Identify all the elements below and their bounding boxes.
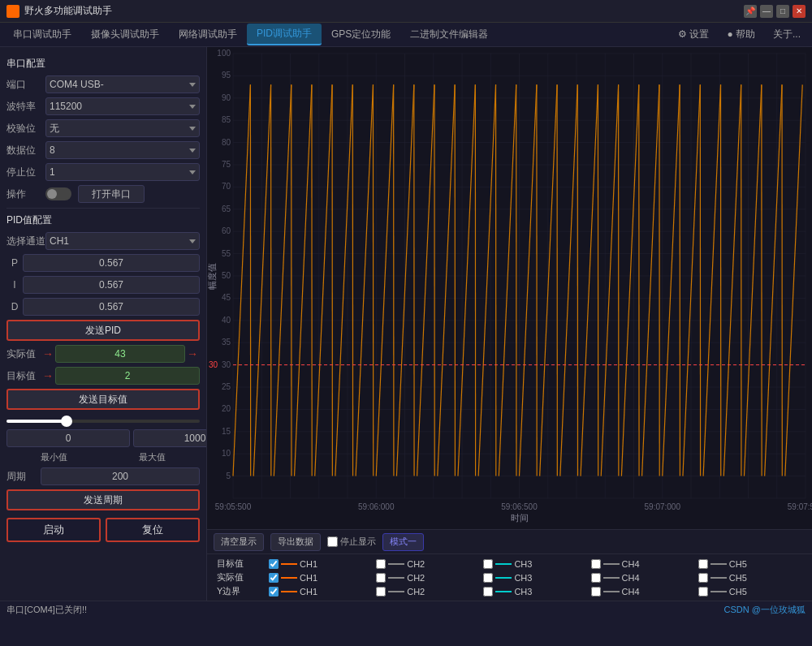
legend-actual-ch1: CH1 [269, 571, 373, 584]
help-button[interactable]: ● 帮助 [719, 24, 763, 45]
legend-target-ch1-checkbox[interactable] [269, 559, 279, 569]
menu-gps[interactable]: GPS定位功能 [322, 24, 400, 45]
i-input[interactable] [23, 276, 200, 294]
send-period-button[interactable]: 发送周期 [6, 489, 200, 510]
export-button[interactable]: 导出数据 [270, 533, 321, 551]
legend-actual-ch3-label: CH3 [514, 573, 532, 583]
legend-target-label: 目标值 [217, 558, 266, 570]
period-input[interactable] [41, 467, 200, 485]
legend-actual-ch2: CH2 [376, 571, 480, 584]
maximize-button[interactable]: □ [776, 5, 789, 18]
send-pid-button[interactable]: 发送PID [6, 320, 200, 341]
stop-label: 停止显示 [340, 536, 376, 548]
stopbits-select[interactable]: 1 [45, 163, 200, 181]
clear-button[interactable]: 清空显示 [214, 533, 264, 551]
legend-yborder-ch1-checkbox[interactable] [269, 587, 279, 596]
port-select[interactable]: COM4 USB- [45, 75, 200, 93]
baudrate-select[interactable]: 115200 [45, 97, 200, 115]
status-brand: CSDN @一位玫城狐 [724, 604, 806, 616]
menu-right: ⚙ 设置 ● 帮助 关于... [670, 24, 809, 45]
actual-value-label: 实际值 [6, 347, 41, 361]
settings-button[interactable]: ⚙ 设置 [670, 24, 717, 45]
min-input[interactable] [6, 429, 130, 447]
legend-actual-ch3: CH3 [483, 571, 587, 584]
pid-config-title: PID值配置 [6, 213, 200, 227]
stopbits-label: 停止位 [6, 166, 45, 179]
menu-network[interactable]: 网络调试助手 [169, 24, 247, 45]
legend-actual-ch4-line [603, 577, 620, 579]
legend-target-ch4-checkbox[interactable] [591, 559, 601, 569]
legend-yborder-ch2-checkbox[interactable] [376, 587, 386, 596]
legend-actual-ch5-checkbox[interactable] [698, 573, 708, 583]
left-panel: 串口配置 端口 COM4 USB- 波特率 115200 校验位 无 数据位 8 [0, 47, 207, 601]
open-port-button[interactable]: 打开串口 [78, 185, 145, 203]
parity-label: 校验位 [6, 122, 45, 136]
menu-serial[interactable]: 串口调试助手 [3, 24, 81, 45]
databits-label: 数据位 [6, 144, 45, 157]
value-slider[interactable] [6, 420, 200, 423]
pin-button[interactable]: 📌 [744, 5, 757, 18]
legend-target-ch4-line [603, 563, 620, 565]
d-row: D [6, 298, 200, 316]
stop-display-checkbox[interactable]: 停止显示 [327, 536, 376, 548]
minimize-button[interactable]: — [760, 5, 773, 18]
legend-target-ch5-line [710, 563, 727, 565]
legend-yborder-ch3-checkbox[interactable] [483, 587, 493, 596]
target-arrow-icon: → [42, 369, 54, 382]
d-input[interactable] [23, 298, 200, 316]
reset-button[interactable]: 复位 [106, 518, 200, 542]
max-input[interactable] [133, 429, 207, 447]
legend-yborder-ch3: CH3 [483, 585, 587, 597]
legend-target-ch4-label: CH4 [622, 559, 640, 569]
legend-actual-ch2-line [388, 577, 404, 579]
range-row [6, 429, 200, 447]
legend-target-ch2-checkbox[interactable] [376, 559, 386, 569]
app-icon [6, 5, 19, 18]
legend-target-ch3-line [495, 563, 512, 565]
legend-actual-ch4-checkbox[interactable] [591, 573, 601, 583]
send-target-button[interactable]: 发送目标值 [6, 389, 200, 410]
close-button[interactable]: ✕ [793, 5, 806, 18]
main-content: 串口配置 端口 COM4 USB- 波特率 115200 校验位 无 数据位 8 [0, 47, 812, 601]
legend-actual-ch1-checkbox[interactable] [269, 573, 279, 583]
legend-actual-ch2-checkbox[interactable] [376, 573, 386, 583]
menu-binary[interactable]: 二进制文件编辑器 [400, 24, 498, 45]
mode-button[interactable]: 模式一 [382, 533, 424, 551]
window-controls: 📌 — □ ✕ [744, 5, 806, 18]
legend-target-ch3-label: CH3 [514, 559, 532, 569]
legend-grid: 目标值 CH1 CH2 CH3 [217, 558, 802, 597]
legend-target-ch3-checkbox[interactable] [483, 559, 493, 569]
parity-select[interactable]: 无 [45, 119, 200, 137]
serial-toggle[interactable] [45, 187, 71, 200]
menu-camera[interactable]: 摄像头调试助手 [81, 24, 169, 45]
title-text: 野火多功能调试助手 [24, 4, 744, 18]
start-button[interactable]: 启动 [6, 518, 101, 542]
target-value-input[interactable] [55, 367, 200, 385]
legend-area: 目标值 CH1 CH2 CH3 [207, 553, 812, 601]
actual-arrow-icon: → [42, 347, 54, 360]
legend-target-ch3: CH3 [483, 558, 587, 570]
chart-container [207, 47, 812, 529]
databits-select[interactable]: 8 [45, 141, 200, 159]
legend-yborder-ch5: CH5 [698, 585, 802, 597]
legend-yborder-ch3-line [495, 591, 512, 592]
port-row: 端口 COM4 USB- [6, 75, 200, 93]
legend-yborder-ch5-checkbox[interactable] [698, 587, 708, 596]
about-button[interactable]: 关于... [765, 24, 809, 45]
stop-checkbox-input[interactable] [327, 536, 338, 547]
p-input[interactable] [23, 254, 200, 272]
legend-actual-ch3-line [495, 577, 512, 579]
legend-yborder-ch4: CH4 [591, 585, 695, 597]
legend-yborder-ch5-line [710, 591, 727, 592]
legend-actual-ch5-line [710, 577, 727, 579]
legend-target-ch5-checkbox[interactable] [698, 559, 708, 569]
d-label: D [6, 301, 23, 312]
channel-select[interactable]: CH1 [45, 232, 200, 250]
legend-target-ch1-label: CH1 [300, 559, 317, 569]
legend-actual-ch3-checkbox[interactable] [483, 573, 493, 583]
legend-yborder-ch2-line [388, 591, 404, 592]
actual-arrow-right-icon: → [187, 347, 198, 360]
actual-value-input[interactable] [55, 345, 185, 363]
legend-yborder-ch4-checkbox[interactable] [591, 587, 601, 596]
menu-pid[interactable]: PID调试助手 [247, 24, 322, 45]
